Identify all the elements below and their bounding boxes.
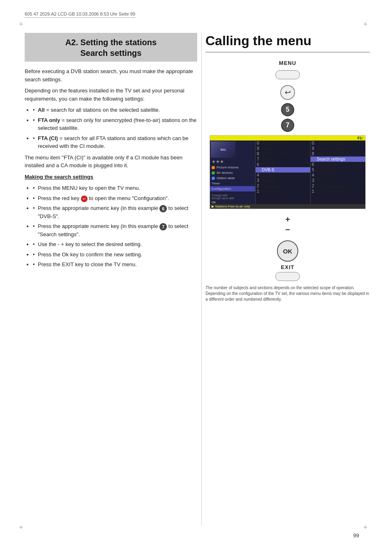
setting-fta-ci: FTA (CI) = search for all FTA stations a…	[33, 134, 197, 150]
right-column: Calling the menu MENU ↩ 5 7 F1↑ IMG ★★★	[205, 33, 370, 302]
setting-all: All = search for all stations on the sel…	[33, 106, 197, 114]
sidebar-footer: Change withAccept value with	[210, 193, 255, 200]
sidebar-item-av: AV devices	[210, 170, 255, 175]
bullet-orange	[212, 166, 215, 169]
exit-label: EXIT	[281, 264, 295, 270]
step-3: Press the appropriate numeric key (in th…	[33, 204, 197, 220]
ok-button[interactable]: OK	[277, 240, 298, 262]
tv-menu-screenshot: F1↑ IMG ★★★ Picture·Volume AV devices	[210, 135, 366, 209]
tv-row-dvbs: DVB-S	[256, 167, 310, 173]
calling-menu-title: Calling the menu	[205, 33, 370, 53]
tv-statusbar: ▶ Stations Free-to-air only	[210, 204, 365, 209]
tv-right-col: 0General settings 9Manuall search 8Autom…	[310, 140, 365, 204]
page-header: 605 47 2029.A2 LCD-GB 10.03.2006 8:53 Uh…	[25, 12, 135, 18]
step-2: Press the red key ↩ to open the menu "Co…	[33, 194, 197, 203]
remote-menu-section: MENU	[205, 60, 370, 79]
tv-row-5r: 5Satellite C	[311, 167, 365, 173]
para-2: Depending on the features installed in t…	[25, 87, 197, 103]
tv-row-0l: 0Function for F2	[256, 140, 310, 146]
sidebar-item-station: Station table	[210, 175, 255, 181]
crosshair-tl	[21, 23, 27, 29]
column-divider	[201, 33, 202, 526]
tv-row-6l: 6DVB-T	[256, 162, 310, 167]
tv-row-0r: 0General settings	[311, 140, 365, 146]
tv-row-8l: 8EURO sockets	[256, 151, 310, 157]
sidebar-item-timer: Timer	[210, 181, 255, 186]
step-7: Press the EXIT key to close the TV menu.	[33, 260, 197, 269]
num7-button[interactable]: 7	[281, 119, 294, 132]
tv-row-4l: 4Analog-TV	[256, 173, 310, 178]
page-number: 99	[353, 532, 359, 539]
crosshair-bl	[21, 526, 27, 532]
setting-fta: FTA only = search only for unencrypted (…	[33, 116, 197, 132]
tv-row-search: Search settings	[311, 157, 365, 162]
crosshair-br	[365, 526, 371, 532]
left-column: A2. Setting the stations Search settings…	[25, 33, 197, 272]
num5-section: 5	[205, 103, 370, 116]
tv-menu-body: IMG ★★★ Picture·Volume AV devices Statio…	[210, 140, 365, 204]
tv-row-3r: 3Astra 1	[311, 178, 365, 183]
menu-label: MENU	[279, 60, 296, 66]
note-para: The menu item "FTA (CI)" is available on…	[25, 154, 197, 170]
sidebar-ok: OK	[210, 200, 255, 204]
step-6: Press the Ok key to confirm the new sett…	[33, 251, 197, 259]
step-4: Press the appropriate numeric key (in th…	[33, 222, 197, 238]
return-icon-section: ↩	[205, 85, 370, 100]
tv-row-1l: 1Operating	[256, 189, 310, 194]
steps-list: Press the MENU key to open the TV menu. …	[25, 184, 197, 269]
tv-row-2r: 2DiSEqC system	[311, 183, 365, 189]
step-1: Press the MENU key to open the TV menu.	[33, 184, 197, 192]
step-5: Use the - + key to select the desired se…	[33, 240, 197, 249]
tv-left-col: 0Function for F2 9Function for F1 8EURO …	[255, 140, 310, 204]
num7-section: 7	[205, 119, 370, 132]
bullet-blue	[212, 177, 215, 180]
plus-sign: +	[285, 215, 290, 224]
tv-row-3l: 3Country	[256, 178, 310, 183]
para-1: Before executing a DVB station search, y…	[25, 67, 197, 83]
bullet-green	[212, 171, 215, 175]
footnote: The number of subjects and sections depe…	[205, 285, 370, 302]
subsection-title: Making the search settings	[25, 173, 197, 181]
tv-menu-header: F1↑	[210, 136, 365, 140]
crosshair-tr	[365, 23, 371, 29]
tv-thumbnail: IMG	[211, 141, 235, 158]
tv-row-9r: 9Manuall search	[311, 146, 365, 151]
exit-button[interactable]	[275, 272, 300, 281]
sidebar-item-config: Configuration	[210, 186, 255, 191]
menu-button[interactable]	[275, 70, 300, 79]
sidebar-item-picture: Picture·Volume	[210, 165, 255, 170]
settings-list: All = search for all stations on the sel…	[25, 106, 197, 150]
tv-row-4r: 4Satellite B	[311, 173, 365, 178]
minus-sign: −	[285, 225, 290, 235]
num5-button[interactable]: 5	[281, 103, 294, 116]
tv-row-7l: 7DVB-C	[256, 157, 310, 162]
tv-row-1r: 1LNB supply voltage	[311, 189, 365, 194]
return-button[interactable]: ↩	[280, 85, 295, 100]
section-title-box: A2. Setting the stations Search settings	[25, 33, 197, 62]
plus-minus-section: + −	[205, 215, 370, 235]
exit-section: EXIT	[205, 264, 370, 281]
tv-row-9l: 9Function for F1	[256, 146, 310, 151]
tv-row-2l: 2Language	[256, 183, 310, 189]
section-title: A2. Setting the stations Search settings	[28, 37, 194, 58]
tv-row-6r: 6Satellite D	[311, 162, 365, 167]
tv-sidebar: IMG ★★★ Picture·Volume AV devices Statio…	[210, 140, 255, 204]
tv-row-8r: 8Automatic search	[311, 151, 365, 157]
ok-section: OK	[205, 238, 370, 264]
tv-main-cols: 0Function for F2 9Function for F1 8EURO …	[255, 140, 365, 204]
stars-row: ★★★	[210, 159, 255, 165]
